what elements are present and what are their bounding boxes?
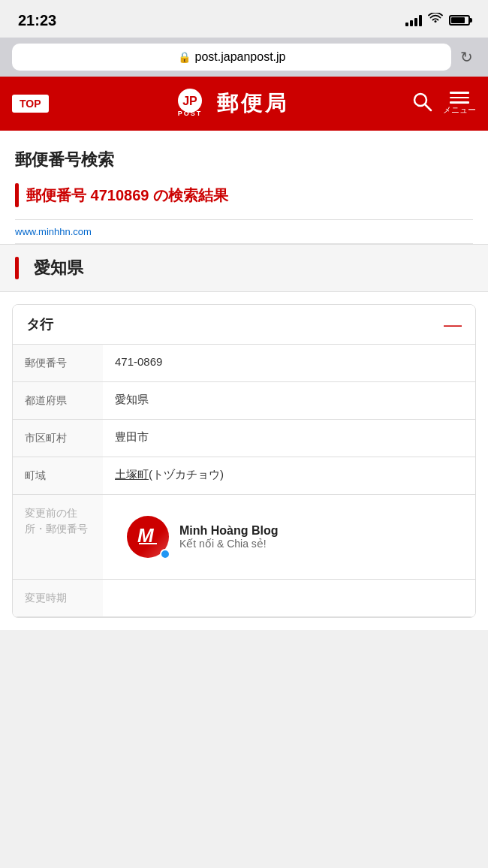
table-label: 市区町村 [13, 420, 103, 457]
result-table: 郵便番号 471-0869 都道府県 愛知県 市区町村 豊田市 町域 土塚町(ト… [13, 344, 475, 617]
blog-ad: M Minh Hoàng Blog Kết nối & Chia sẻ! [115, 505, 463, 568]
battery-icon [449, 15, 470, 26]
menu-label: メニュー [443, 104, 476, 116]
result-card: タ行 — 郵便番号 471-0869 都道府県 愛知県 市区町村 豊田市 町域 [12, 304, 476, 618]
collapse-button[interactable]: — [444, 315, 462, 333]
browser-bar: 🔒 post.japanpost.jp ↻ [0, 38, 488, 77]
jp-logo-icon: JP POST [170, 89, 209, 119]
card-title: タ行 [26, 315, 53, 333]
table-label: 都道府県 [13, 382, 103, 420]
reload-button[interactable]: ↻ [457, 45, 476, 69]
table-value [103, 580, 475, 617]
lock-icon: 🔒 [178, 51, 191, 63]
prefecture-name: 愛知県 [34, 257, 83, 279]
menu-icon [450, 92, 469, 104]
table-value: 愛知県 [103, 382, 475, 420]
url-text: post.japanpost.jp [195, 50, 286, 64]
url-bar[interactable]: 🔒 post.japanpost.jp [12, 44, 451, 71]
table-row-address-change: 変更前の住所・郵便番号 M [13, 495, 475, 580]
table-value: M Minh Hoàng Blog Kết nối & Chia sẻ! [103, 495, 475, 580]
table-value: 471-0869 [103, 345, 475, 382]
signal-icon [405, 14, 422, 26]
blog-name: Minh Hoàng Blog [179, 524, 279, 538]
table-row: 市区町村 豊田市 [13, 420, 475, 457]
blog-logo: M [127, 516, 169, 558]
prefecture-red-bar [15, 257, 19, 279]
table-row: 都道府県 愛知県 [13, 382, 475, 420]
table-value: 豊田市 [103, 420, 475, 457]
town-name-link[interactable]: 土塚町 [115, 468, 149, 481]
table-row: 郵便番号 471-0869 [13, 345, 475, 382]
jp-title: 郵便局 [217, 89, 289, 118]
jp-logo-area: JP POST 郵便局 [170, 89, 289, 119]
table-label: 変更時期 [13, 580, 103, 617]
table-row: 変更時期 [13, 580, 475, 617]
header-icons: メニュー [411, 91, 476, 117]
svg-text:POST: POST [178, 110, 203, 117]
search-result-header: 郵便番号 4710869 の検索結果 [15, 183, 473, 220]
table-value: 土塚町(トヅカチョウ) [103, 457, 475, 495]
table-label: 郵便番号 [13, 345, 103, 382]
red-bar-accent [15, 183, 19, 207]
jp-header: TOP JP POST 郵便局 メニュー [0, 77, 488, 131]
search-icon[interactable] [411, 91, 432, 117]
page-content: 郵便番号検索 郵便番号 4710869 の検索結果 [0, 131, 488, 220]
table-label: 町域 [13, 457, 103, 495]
blog-logo-letter: M [134, 521, 161, 553]
prefecture-section: 愛知県 [0, 245, 488, 292]
status-bar: 21:23 [0, 0, 488, 38]
svg-line-4 [425, 104, 431, 110]
watermark-text: www.minhhn.com [15, 220, 473, 244]
table-label: 変更前の住所・郵便番号 [13, 495, 103, 580]
prefecture-header: 愛知県 [15, 257, 473, 279]
card-header: タ行 — [13, 305, 475, 344]
page-title: 郵便番号検索 [15, 149, 473, 171]
blog-text: Minh Hoàng Blog Kết nối & Chia sẻ! [179, 524, 279, 550]
top-badge[interactable]: TOP [12, 95, 49, 113]
blog-tagline: Kết nối & Chia sẻ! [179, 538, 279, 550]
status-icons [405, 13, 470, 28]
menu-button[interactable]: メニュー [443, 92, 476, 116]
table-row: 町域 土塚町(トヅカチョウ) [13, 457, 475, 495]
wifi-icon [428, 13, 443, 28]
status-time: 21:23 [18, 12, 56, 29]
card-section: タ行 — 郵便番号 471-0869 都道府県 愛知県 市区町村 豊田市 町域 [0, 292, 488, 630]
svg-text:JP: JP [182, 95, 197, 107]
result-title: 郵便番号 4710869 の検索結果 [26, 185, 228, 206]
blog-dot [160, 549, 170, 559]
